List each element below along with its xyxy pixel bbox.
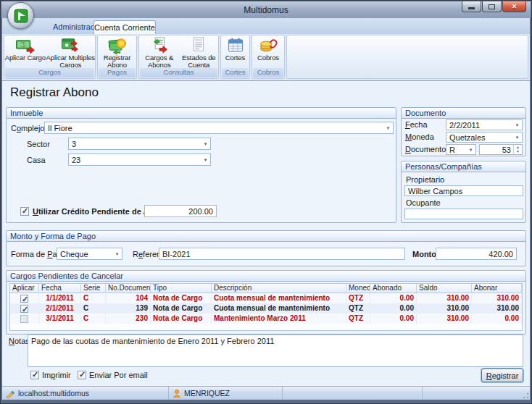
groupbox-header: Personas/Compañías [402, 161, 525, 172]
registrar-abono-button[interactable]: Registrar Abono [98, 35, 136, 67]
ocupante-field[interactable] [404, 209, 523, 219]
ribbon-button-label: Cortes [225, 54, 245, 62]
casa-select[interactable]: 23 [68, 153, 211, 166]
cortes-button[interactable]: Cortes [221, 35, 249, 67]
aplicar-multiples-cargos-button[interactable]: Aplicar Multiples Cargos [46, 35, 95, 67]
propietario-label: Propietario [406, 174, 444, 185]
enviar-email-checkbox[interactable] [78, 371, 86, 379]
resize-grip[interactable] [520, 390, 529, 399]
cell-serie: C [81, 313, 106, 324]
maximize-icon [489, 4, 495, 9]
documento-label: Documento [405, 144, 446, 155]
notas-textarea[interactable]: Pago de las cuotas de mantenimiento de E… [28, 334, 523, 367]
credito-amount-value: 200.00 [188, 207, 213, 216]
table-row[interactable]: 2/1/2011 C 139 Nota de Cargo Cuota mensu… [10, 303, 522, 313]
cell-no-documento: 230 [106, 313, 151, 324]
credito-checkbox[interactable] [20, 207, 29, 216]
monto-field[interactable]: 420.00 [436, 248, 517, 260]
ribbon-tab-strip: Administración Cuenta Corriente [2, 18, 530, 34]
aplicar-checkbox[interactable] [20, 295, 28, 303]
minimize-icon [468, 7, 475, 9]
col-descripcion[interactable]: Descripción [212, 284, 346, 293]
ribbon-group-caption: Cargos [5, 68, 94, 77]
fecha-select[interactable]: 2/2/2011 [446, 119, 523, 130]
groupbox-header: Documento [402, 108, 525, 119]
cell-saldo: 310.00 [417, 303, 472, 313]
col-moneda[interactable]: Moneda [346, 284, 370, 293]
moneda-select[interactable]: Quetzales [446, 132, 523, 143]
status-user-text: MENRIQUEZ [184, 389, 230, 397]
col-aplicar[interactable]: Aplicar [10, 284, 39, 293]
groupbox-personas: Personas/Compañías Propietario Wilber Ca… [401, 161, 526, 223]
col-tipo[interactable]: Tipo [151, 284, 212, 293]
groupbox-header: Monto y Forma de Pago [7, 231, 525, 242]
moneda-label: Moneda [405, 132, 434, 143]
enviar-email-label: Enviar Por email [89, 370, 148, 381]
minimize-button[interactable] [462, 1, 481, 12]
imprimir-checkbox[interactable] [30, 371, 39, 379]
table-row[interactable]: 3/1/2011 C 230 Nota de Cargo Mantenimien… [10, 313, 522, 324]
col-no-documento[interactable]: No.Documento [106, 284, 151, 293]
sector-select[interactable]: 3 [68, 138, 211, 150]
documento-tipo-value: R [449, 146, 455, 154]
col-abonar[interactable]: Abonar [472, 284, 522, 293]
close-button[interactable]: ✕ [502, 1, 526, 12]
casa-label: Casa [27, 155, 46, 166]
aplicar-checkbox[interactable] [20, 305, 28, 313]
forma-pago-select[interactable]: Cheque [57, 248, 122, 260]
multidomus-logo [13, 8, 29, 24]
coins-icon [258, 36, 278, 54]
app-menu-button[interactable] [7, 2, 34, 29]
aplicar-checkbox[interactable] [20, 315, 28, 323]
propietario-field[interactable]: Wilber Campos [404, 185, 523, 196]
aplicar-cargo-button[interactable]: $ Aplicar Cargo [4, 35, 46, 67]
register-payment-icon [107, 36, 128, 54]
cargos-abonos-button[interactable]: Cargos & Abonos [139, 35, 179, 67]
ribbon-group-cargos: $ Aplicar Cargo Aplicar M [4, 35, 96, 79]
svg-text:$: $ [22, 42, 25, 47]
col-saldo[interactable]: Saldo [417, 284, 472, 293]
tab-cuenta-corriente[interactable]: Cuenta Corriente [93, 20, 156, 34]
referencia-field[interactable]: BI-2021 [159, 248, 405, 260]
documento-numero-stepper[interactable]: 53 ▲▼ [479, 144, 523, 155]
connection-icon [6, 389, 15, 398]
groupbox-inmueble: Inmueble Complejo Il Fiore Sector 3 Casa… [6, 107, 396, 223]
complejo-label: Complejo [11, 123, 44, 134]
cargos-table-header: Aplicar Fecha Serie No.Documento Tipo De… [10, 284, 522, 293]
complejo-select[interactable]: Il Fiore [44, 122, 394, 134]
spinner-up-down-icon[interactable]: ▲▼ [513, 145, 522, 154]
monto-label: Monto [412, 249, 436, 260]
chevron-down-icon [512, 132, 522, 142]
chevron-down-icon [201, 138, 210, 149]
ribbon-group-consultas: Cargos & Abonos Estados de Cuenta [138, 35, 219, 79]
referencia-value: BI-2021 [162, 250, 191, 258]
groupbox-header: Inmueble [7, 108, 396, 119]
notas-label: Notas [9, 336, 30, 347]
credito-amount-field[interactable]: 200.00 [144, 205, 217, 217]
cell-no-documento: 104 [106, 293, 151, 303]
cell-descripcion: Mantenimiento Marzo 2011 [212, 313, 346, 324]
cell-aplicar [10, 303, 39, 313]
fecha-value: 2/2/2011 [449, 121, 480, 130]
documento-numero-value: 53 [502, 146, 511, 154]
col-fecha[interactable]: Fecha [39, 284, 81, 293]
complejo-value: Il Fiore [48, 124, 72, 132]
col-serie[interactable]: Serie [81, 284, 106, 293]
cell-serie: C [81, 303, 106, 313]
cargos-table: Aplicar Fecha Serie No.Documento Tipo De… [9, 283, 523, 331]
ribbon-button-label: Cobros [257, 54, 279, 62]
estados-de-cuenta-button[interactable]: Estados de Cuenta [179, 35, 218, 67]
title-bar[interactable]: Multidomus [1, 1, 531, 18]
table-row[interactable]: 1/1/2011 C 104 Nota de Cargo Cuota mensu… [10, 293, 522, 303]
cobros-button[interactable]: Cobros [252, 35, 284, 67]
maximize-button[interactable] [482, 1, 502, 12]
ribbon-button-label: Estados de Cuenta [179, 54, 218, 67]
cell-saldo: 310.00 [417, 313, 472, 324]
forma-pago-value: Cheque [60, 250, 88, 258]
col-abonado[interactable]: Abonado [370, 284, 417, 293]
ribbon-button-label: Registrar Abono [98, 54, 136, 67]
ribbon-group-caption: Consultas [140, 68, 217, 77]
registrar-button[interactable]: Registrar [481, 369, 523, 382]
documento-tipo-select[interactable]: R [446, 144, 476, 155]
client-area: Administración Cuenta Corriente $ Aplica… [2, 18, 530, 400]
